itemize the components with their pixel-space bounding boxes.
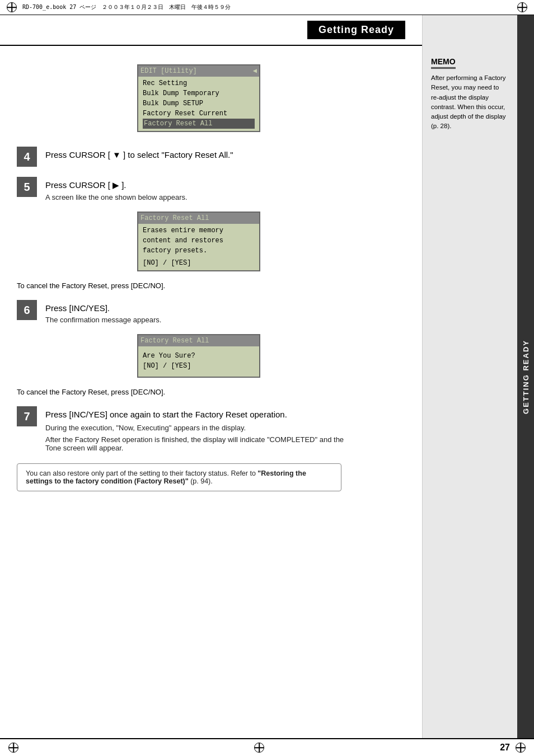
note-text-prefix: You can also restore only part of the se…: [26, 469, 257, 477]
step-7-subtext2: After the Factory Reset operation is fin…: [45, 435, 347, 452]
utility-menu-screen: EDIT [Utility] ◀ Rec Setting Bulk Dump T…: [50, 60, 347, 137]
step-6-subtext: The confirmation message appears.: [45, 316, 347, 324]
reg-mark-footer-center: [254, 743, 264, 753]
header-file-info: RD-700_e.book 27 ページ ２００３年１０月２３日 木曜日 午後４…: [22, 3, 231, 11]
content-body: EDIT [Utility] ◀ Rec Setting Bulk Dump T…: [0, 46, 358, 511]
page-footer: 27: [0, 738, 534, 756]
step-6-number: 6: [17, 300, 37, 320]
lcd-fr1-line1: Erases entire memory: [143, 226, 255, 236]
step-5-cancel: To cancel the Factory Reset, press [DEC/…: [17, 281, 347, 290]
lcd-fr1-line3: factory presets.: [143, 246, 255, 256]
page-header: RD-700_e.book 27 ページ ２００３年１０月２３日 木曜日 午後４…: [0, 0, 534, 15]
step-7-text: Press [INC/YES] once again to start the …: [45, 410, 347, 419]
note-text-suffix: (p. 94).: [189, 477, 213, 485]
title-bar: Getting Ready: [0, 15, 422, 46]
factory-reset-screen-1: Factory Reset All Erases entire memory c…: [50, 207, 347, 276]
page: RD-700_e.book 27 ページ ２００３年１０月２３日 木曜日 午後４…: [0, 0, 534, 756]
step-5-subtext: A screen like the one shown below appear…: [45, 193, 347, 201]
lcd-factory-reset-2: Factory Reset All Are You Sure? [NO] / […: [137, 334, 260, 378]
step-4-content: Press CURSOR [ ▼ ] to select "Factory Re…: [45, 147, 347, 162]
step-7-subtext1: During the execution, "Now, Executing" a…: [45, 424, 347, 432]
reg-mark-top-left: [7, 2, 17, 12]
step-5-text: Press CURSOR [ ▶ ].: [45, 180, 347, 190]
step-7-content: Press [INC/YES] once again to start the …: [45, 406, 347, 452]
lcd-line-4: Factory Reset Current: [143, 109, 255, 119]
step-6: 6 Press [INC/YES]. The confirmation mess…: [17, 300, 347, 324]
lcd-utility: EDIT [Utility] ◀ Rec Setting Bulk Dump T…: [137, 64, 260, 132]
footer-center: [18, 743, 500, 753]
body-area: Getting Ready EDIT [Utility] ◀ Rec Setti…: [0, 15, 534, 738]
memo-label: MEMO: [431, 57, 456, 69]
lcd-line-3: Bulk Dump SETUP: [143, 98, 255, 109]
lcd-fr1-footer: [NO] / [YES]: [143, 258, 255, 268]
step-7: 7 Press [INC/YES] once again to start th…: [17, 406, 347, 452]
sidebar-title-band: Getting Ready: [517, 15, 534, 738]
page-number: 27: [500, 743, 510, 753]
step-4-text: Press CURSOR [ ▼ ] to select "Factory Re…: [45, 150, 347, 159]
sidebar-title-text: Getting Ready: [522, 340, 530, 414]
lcd-fr1-header: Factory Reset All: [138, 213, 259, 224]
lcd-line-5-highlighted: Factory Reset All: [143, 119, 255, 129]
lcd-utility-header: EDIT [Utility] ◀: [138, 65, 259, 77]
step-4-number: 4: [17, 147, 37, 167]
step-4: 4 Press CURSOR [ ▼ ] to select "Factory …: [17, 147, 347, 167]
step-6-text: Press [INC/YES].: [45, 303, 347, 313]
step-5: 5 Press CURSOR [ ▶ ]. A screen like the …: [17, 177, 347, 201]
step-6-cancel: To cancel the Factory Reset, press [DEC/…: [17, 388, 347, 396]
lcd-factory-reset-1: Factory Reset All Erases entire memory c…: [137, 212, 260, 271]
note-box: You can also restore only part of the se…: [17, 463, 341, 491]
main-column: Getting Ready EDIT [Utility] ◀ Rec Setti…: [0, 15, 422, 738]
factory-reset-screen-2: Factory Reset All Are You Sure? [NO] / […: [50, 330, 347, 382]
right-sidebar: MEMO After performing a Factory Reset, y…: [422, 15, 534, 738]
lcd-fr2-line1: Are You Sure?: [143, 351, 255, 361]
lcd-fr2-header: Factory Reset All: [138, 335, 259, 346]
reg-mark-footer-right: [516, 743, 526, 753]
step-5-content: Press CURSOR [ ▶ ]. A screen like the on…: [45, 177, 347, 201]
lcd-line-2: Bulk Dump Temporary: [143, 88, 255, 98]
page-title: Getting Ready: [307, 21, 405, 39]
step-6-content: Press [INC/YES]. The confirmation messag…: [45, 300, 347, 324]
memo-text: After performing a Factory Reset, you ma…: [431, 73, 526, 132]
reg-mark-footer-left: [8, 743, 18, 753]
lcd-line-1: Rec Setting: [143, 78, 255, 88]
lcd-fr1-line2: content and restores: [143, 236, 255, 246]
lcd-fr2-line2: [NO] / [YES]: [143, 361, 255, 371]
reg-mark-top-right: [517, 2, 527, 12]
step-7-number: 7: [17, 406, 37, 426]
step-5-number: 5: [17, 177, 37, 197]
